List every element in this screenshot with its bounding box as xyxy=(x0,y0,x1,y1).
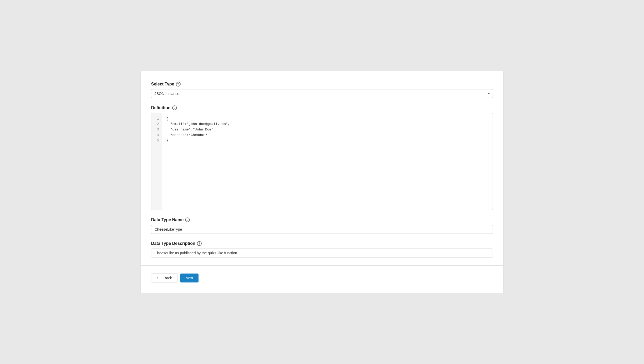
definition-text: Definition xyxy=(151,105,171,110)
line-number-3: 3 xyxy=(154,127,159,133)
back-chevron-icon: ‹ xyxy=(157,276,158,280)
main-container: Select Type ? JSON Instance JSON Schema … xyxy=(140,71,504,293)
select-type-help-icon[interactable]: ? xyxy=(176,82,181,87)
line-number-4: 4 xyxy=(154,133,159,138)
back-button[interactable]: ‹ ← Back xyxy=(151,274,177,282)
code-editor[interactable]: 1 2 3 4 5 { "email":"john.doe@gmail.com"… xyxy=(151,113,493,210)
back-label: ← Back xyxy=(159,276,172,280)
next-button[interactable]: Next xyxy=(180,274,199,282)
select-type-dropdown[interactable]: JSON Instance JSON Schema XML Schema Avr… xyxy=(151,89,493,98)
data-type-description-text: Data Type Description xyxy=(151,241,195,246)
line-number-5: 5 xyxy=(154,138,159,144)
data-type-description-section: Data Type Description ? xyxy=(151,241,493,257)
definition-label: Definition ? xyxy=(151,105,493,110)
data-type-description-label: Data Type Description ? xyxy=(151,241,493,246)
line-number-1: 1 xyxy=(154,116,159,122)
data-type-name-label: Data Type Name ? xyxy=(151,218,493,222)
line-numbers: 1 2 3 4 5 xyxy=(151,113,162,210)
data-type-name-help-icon[interactable]: ? xyxy=(185,218,190,222)
next-label: Next xyxy=(186,276,193,280)
footer-actions: ‹ ← Back Next xyxy=(151,274,493,282)
line-number-2: 2 xyxy=(154,122,159,127)
definition-help-icon[interactable]: ? xyxy=(172,105,177,110)
data-type-name-input[interactable] xyxy=(151,225,493,234)
code-content[interactable]: { "email":"john.doe@gmail.com", "usernam… xyxy=(162,113,493,210)
data-type-name-section: Data Type Name ? xyxy=(151,218,493,234)
data-type-description-help-icon[interactable]: ? xyxy=(197,241,202,246)
definition-section: Definition ? 1 2 3 4 5 { "email":"john.d… xyxy=(151,105,493,210)
select-type-wrapper: JSON Instance JSON Schema XML Schema Avr… xyxy=(151,89,493,98)
footer-divider xyxy=(141,265,503,266)
select-type-label: Select Type ? xyxy=(151,82,493,87)
select-type-section: Select Type ? JSON Instance JSON Schema … xyxy=(151,82,493,98)
data-type-description-input[interactable] xyxy=(151,249,493,257)
data-type-name-text: Data Type Name xyxy=(151,218,184,222)
select-type-text: Select Type xyxy=(151,82,174,87)
